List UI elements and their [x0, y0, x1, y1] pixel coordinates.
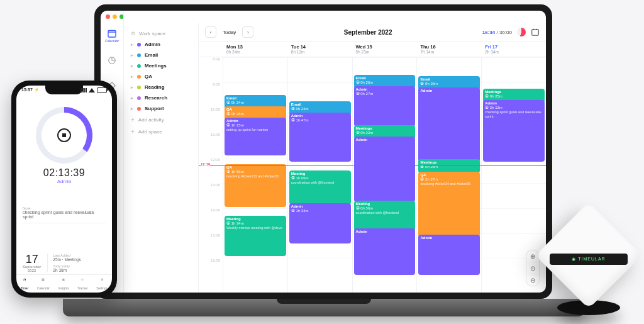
time-axis: 8:009:0010:0011:0012:0013:0014:0015:0016…: [199, 57, 223, 293]
stop-button[interactable]: [57, 128, 71, 142]
sidebar-add-space[interactable]: + Add space: [128, 126, 193, 138]
tracker-device: ◉ TIMEULAR: [545, 221, 633, 309]
calendar-event[interactable]: Meetings⦿ 0h 25m: [418, 159, 480, 173]
chevron-right-icon: ▸: [131, 53, 133, 58]
day-header-mon[interactable]: Mon 138h 24m: [223, 42, 287, 57]
sidebar-item-label: QA: [145, 74, 152, 79]
calendar-event[interactable]: Admin⦿ 1h 15msetting up sprint for manie…: [225, 118, 286, 155]
sidebar-add-activity[interactable]: + Add activity: [128, 114, 193, 126]
chevron-right-icon: ▸: [131, 74, 133, 79]
activity-color-dot: [137, 96, 141, 100]
day-column-tue[interactable]: Email⦿ 0h 24mAdmin⦿ 1h 47mMeeting⦿ 1h 06…: [287, 57, 352, 293]
stop-icon: [62, 133, 66, 137]
svg-rect-2: [532, 30, 539, 35]
timer-activity[interactable]: Admin: [16, 179, 112, 184]
tab-label: Settings: [96, 286, 108, 290]
event-title: Email: [420, 77, 478, 82]
calendar-event[interactable]: Admin⦿ 1h 47m: [289, 113, 351, 162]
zoom-reset-button[interactable]: ⊙: [526, 262, 539, 274]
calendar-main: ‹ Today › September 2022 16:34 / 36:00 M…: [199, 23, 546, 293]
sidebar-item-support[interactable]: ▸Support: [128, 103, 193, 114]
event-duration: ⦿ 1h 06m: [291, 176, 349, 181]
calendar-event[interactable]: Admin: [354, 228, 416, 275]
event-duration: ⦿ 0h 22m: [356, 131, 414, 135]
day-total: 8h 24m: [226, 50, 284, 54]
today-button[interactable]: Today: [220, 30, 238, 35]
calendar-event[interactable]: Meeting⦿ 1h 34mWeekly maniee meeting wit…: [225, 216, 286, 256]
event-duration: ⦿ 0h 27m: [356, 92, 414, 96]
laptop-base: [63, 299, 585, 316]
now-time-label: 12:16: [201, 162, 210, 166]
event-title: QA: [226, 165, 284, 170]
tracked-time-current: 16:34: [482, 30, 495, 35]
zoom-in-button[interactable]: ⊕: [526, 250, 539, 262]
calendar-settings-icon[interactable]: [531, 28, 540, 36]
event-title: Admin: [485, 101, 543, 106]
timer-elapsed: 02:13:39: [16, 167, 112, 179]
tab-label: Calendar: [37, 286, 50, 290]
sidebar-item-email[interactable]: ▸Email: [128, 50, 193, 60]
sidebar-item-research[interactable]: ▸Research: [128, 92, 193, 103]
event-title: QA: [420, 173, 478, 177]
day-column-wed[interactable]: Email⦿ 0h 26mAdmin⦿ 0h 27mMeetings⦿ 0h 2…: [352, 57, 417, 293]
gear-icon: ⚙: [131, 31, 135, 36]
calendar-icon: ▦: [40, 277, 47, 285]
calendar-event[interactable]: Admin⦿ 2h 13mchecking sprint goals and r…: [483, 100, 545, 162]
next-week-button[interactable]: ›: [242, 26, 253, 38]
phone-frame: 15:37 ⚡ 02:13:39 Admin Note checking spr…: [11, 81, 117, 298]
event-title: Admin: [291, 114, 349, 118]
total-today-value: 2h 38m: [53, 268, 106, 272]
zoom-out-button[interactable]: ⊖: [526, 274, 539, 286]
calendar-grid[interactable]: 8:009:0010:0011:0012:0013:0014:0015:0016…: [199, 57, 546, 293]
calendar-event[interactable]: Meeting⦿ 1h 06mcoordination with @fronte…: [289, 170, 351, 204]
sidebar-item-meetings[interactable]: ▸Meetings: [128, 60, 193, 71]
calendar-event[interactable]: Admin: [418, 87, 480, 162]
event-title: Meeting: [356, 202, 414, 206]
calendar-event[interactable]: Admin⦿ 1h 34m: [289, 203, 351, 243]
tab-tracker[interactable]: ◇Tracker: [77, 277, 88, 290]
day-header-wed[interactable]: Wed 155h 23m: [352, 42, 417, 57]
event-title: Meetings: [356, 126, 414, 131]
tracked-time-goal: 36:00: [499, 30, 512, 35]
sidebar-item-admin[interactable]: ▸Admin: [128, 39, 193, 50]
event-duration: ⦿ 2h 27m: [420, 177, 478, 182]
sidebar-add-space-label: Add space: [138, 129, 162, 135]
calendar-event[interactable]: Admin: [418, 235, 480, 275]
timer-progress-ring: [36, 107, 92, 164]
nav-calendar[interactable]: Calendar: [104, 27, 120, 43]
calendar-event[interactable]: Admin⦿ 0h 27m: [354, 86, 416, 126]
calendar-event[interactable]: Admin: [354, 137, 416, 202]
progress-pie-icon: [517, 28, 526, 36]
nav-reports[interactable]: [104, 52, 120, 69]
tab-settings[interactable]: ⚙Settings: [96, 277, 108, 290]
day-column-mon[interactable]: Email⦿ 0h 24mQA⦿ 0h 26mAdmin⦿ 1h 15msett…: [223, 57, 287, 293]
day-label: Tue 14: [291, 44, 348, 50]
sidebar-item-reading[interactable]: ▸Reading: [128, 82, 193, 92]
day-header-tue[interactable]: Tue 148h 12m: [287, 42, 352, 57]
event-title: Meeting: [226, 217, 284, 221]
calendar-event[interactable]: QA⦿ 1h 56mresolving #ticket133 and #tick…: [225, 164, 286, 207]
phone-statusbar: 15:37 ⚡: [21, 87, 107, 93]
sidebar-add-activity-label: Add activity: [138, 117, 164, 123]
timer-note[interactable]: Note checking sprint goals and reevaluat…: [23, 206, 106, 223]
calendar-event[interactable]: Meeting⦿ 0h 56mcoordination with @fronte…: [354, 201, 416, 231]
battery-icon: [97, 87, 107, 93]
sidebar-item-qa[interactable]: ▸QA: [128, 71, 193, 82]
event-duration: ⦿ 0h 26m: [356, 81, 414, 85]
event-note: checking sprint goals and reevaluate spr…: [485, 110, 543, 118]
event-duration: ⦿ 1h 47m: [291, 118, 349, 123]
activity-color-dot: [137, 43, 141, 47]
prev-week-button[interactable]: ‹: [205, 26, 216, 38]
tab-insights[interactable]: ◐Insights: [58, 277, 69, 290]
calendar-event[interactable]: QA⦿ 2h 27mresolving #ticket34 and #ticke…: [418, 172, 480, 237]
event-duration: ⦿ 0h 56m: [356, 206, 414, 211]
calendar-topbar: ‹ Today › September 2022 16:34 / 36:00: [199, 23, 546, 42]
day-column-thu[interactable]: Email⦿ 0h 26mAdminMeetings⦿ 0h 25mQA⦿ 2h…: [416, 57, 481, 293]
phone-tabbar: ◔Timer▦Calendar◐Insights◇Tracker⚙Setting…: [16, 274, 112, 290]
tab-timer[interactable]: ◔Timer: [21, 277, 29, 290]
calendar-icon: [107, 28, 117, 38]
sidebar-workspace[interactable]: ⚙ Work space: [128, 28, 193, 39]
day-header-fri[interactable]: Fri 172h 34m: [481, 42, 546, 57]
tab-calendar[interactable]: ▦Calendar: [37, 277, 50, 290]
day-header-thu[interactable]: Thu 167h 14m: [416, 42, 481, 57]
